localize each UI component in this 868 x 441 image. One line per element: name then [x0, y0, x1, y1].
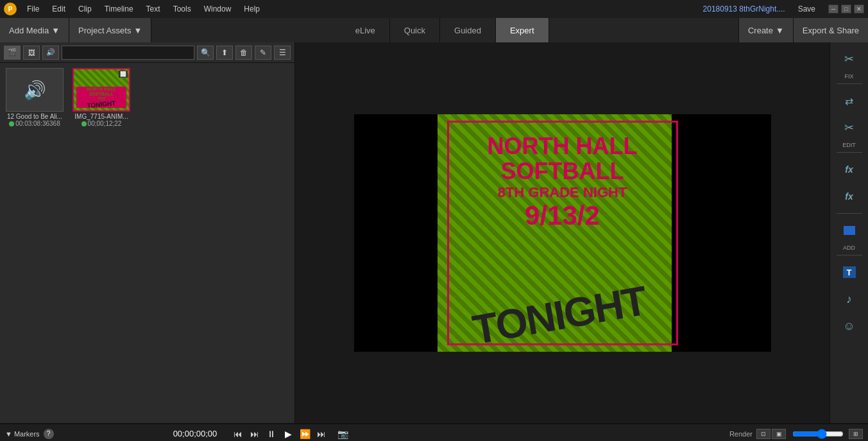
panel-divider	[837, 152, 862, 153]
zoom-slider[interactable]	[792, 430, 844, 438]
markers-label: Markers	[14, 430, 40, 438]
go-to-start-button[interactable]: ⏮	[231, 427, 245, 441]
fx2-icon: fx	[845, 191, 853, 202]
music-tool-button[interactable]: ♪	[834, 286, 865, 312]
create-button[interactable]: Create ▼	[738, 18, 793, 42]
fit-timeline-button[interactable]: ⊞	[849, 429, 863, 439]
menu-bar: P File Edit Clip Timeline Text Tools Win…	[0, 0, 868, 18]
delete-button[interactable]: 🗑	[235, 46, 252, 60]
adjust-tool-button[interactable]: ⇄	[834, 88, 865, 114]
asset-name: 12 Good to Be Ali...	[6, 113, 64, 120]
filter-audio-button[interactable]: 🔊	[42, 46, 59, 60]
restore-button[interactable]: □	[841, 4, 851, 13]
menu-edit[interactable]: Edit	[49, 3, 68, 15]
play-button[interactable]: ▶	[281, 427, 295, 441]
add-media-button[interactable]: Add Media ▼	[0, 18, 69, 42]
asset-thumbnail: ⬜ NORTH HALL SOFTBALL 9/13 TONIGHT	[72, 68, 130, 112]
project-assets-button[interactable]: Project Assets ▼	[69, 18, 151, 42]
markers-button[interactable]: ▼ Markers	[5, 430, 40, 438]
asset-panel: 🎬 🖼 🔊 🔍 ⬆ 🗑 ✎ ☰ 🔊 12 Good to Be Ali... 0…	[0, 42, 295, 423]
preview-area: NORTH HALL SOFTBALL 8TH GRADE NIGHT 9/13…	[295, 42, 830, 423]
asset-search-input[interactable]	[62, 46, 194, 60]
asset-name: IMG_7715-ANIM...	[72, 113, 130, 120]
menu-file[interactable]: File	[24, 3, 42, 15]
music-icon: ♪	[846, 293, 852, 306]
search-icon[interactable]: 🔍	[197, 46, 214, 60]
add-media-label: Add Media	[9, 26, 49, 35]
fx-icon: fx	[845, 164, 853, 175]
panel-divider	[837, 255, 862, 255]
project-assets-chevron: ▼	[133, 26, 142, 35]
menu-tools[interactable]: Tools	[171, 3, 194, 15]
add-media-chevron: ▼	[51, 26, 60, 35]
tab-elive[interactable]: eLive	[341, 18, 390, 42]
timeline-help-button[interactable]: ?	[44, 429, 54, 439]
menu-clip[interactable]: Clip	[76, 3, 94, 15]
save-button[interactable]: Save	[798, 4, 815, 13]
export-label: Export & Share	[803, 26, 859, 35]
timeline-controls: ▼ Markers ? 00;00;00;00 ⏮ ⏭ ⏸ ▶ ⏩ ⏭ 📷 Re…	[0, 424, 868, 441]
main-content: 🎬 🖼 🔊 🔍 ⬆ 🗑 ✎ ☰ 🔊 12 Good to Be Ali... 0…	[0, 42, 868, 423]
preview-canvas: NORTH HALL SOFTBALL 8TH GRADE NIGHT 9/13…	[354, 114, 771, 352]
list-item[interactable]: 🔊 12 Good to Be Ali... 00:03:08:36368	[3, 65, 67, 420]
text-tool-button[interactable]: T	[834, 259, 865, 285]
markers-chevron: ▼	[5, 430, 12, 438]
panel-divider	[837, 83, 862, 84]
window-controls: ─ □ ✕	[828, 4, 864, 13]
upload-button[interactable]: ⬆	[216, 46, 233, 60]
asset-grid: 🔊 12 Good to Be Ali... 00:03:08:36368 ⬜ …	[0, 63, 294, 423]
cut-tool-button[interactable]: ✂	[834, 115, 865, 141]
text-icon: T	[843, 266, 856, 278]
preview-title: NORTH HALL SOFTBALL 8TH GRADE NIGHT 9/13…	[454, 134, 672, 231]
menu-timeline[interactable]: Timeline	[102, 3, 136, 15]
asset-thumbnail: 🔊	[6, 68, 64, 112]
emoji-tool-button[interactable]: ☺	[834, 313, 865, 339]
current-time-display: 00;00;00;00	[173, 429, 217, 438]
render-buttons: ⊡ ▣	[756, 429, 786, 439]
step-forward-button[interactable]: ⏩	[298, 427, 312, 441]
menu-text[interactable]: Text	[144, 3, 163, 15]
edit-asset-button[interactable]: ✎	[255, 46, 271, 60]
filter-image-button[interactable]: 🖼	[23, 46, 40, 60]
render-label: Render	[729, 430, 753, 438]
adjust-icon: ⇄	[845, 95, 853, 107]
fix-label: FIX	[844, 73, 853, 80]
asset-duration: 00;00;12;22	[81, 120, 122, 127]
fix-tool-button[interactable]: ✂	[834, 46, 865, 72]
preview-black-right	[672, 114, 771, 352]
create-chevron: ▼	[776, 26, 784, 35]
overlay-tool-button[interactable]	[834, 218, 865, 243]
tab-guided[interactable]: Guided	[440, 18, 496, 42]
fx2-tool-button[interactable]: fx	[834, 184, 865, 209]
preview-black-left	[354, 114, 447, 352]
export-share-button[interactable]: Export & Share	[793, 18, 868, 42]
transport-controls: ⏮ ⏭ ⏸ ▶ ⏩ ⏭	[231, 427, 328, 441]
toolbar: Add Media ▼ Project Assets ▼ eLive Quick…	[0, 18, 868, 42]
create-label: Create	[748, 26, 773, 35]
asset-duration: 00:03:08:36368	[9, 120, 60, 127]
minimize-button[interactable]: ─	[828, 4, 838, 13]
filter-video-button[interactable]: 🎬	[4, 46, 21, 60]
add-label: ADD	[843, 245, 855, 251]
render-all-button[interactable]: ▣	[772, 429, 786, 439]
fx-tool-button[interactable]: fx	[834, 157, 865, 182]
go-to-end-button[interactable]: ⏭	[314, 427, 328, 441]
render-in-out-button[interactable]: ⊡	[756, 429, 770, 439]
edit-label: EDIT	[842, 142, 856, 148]
capture-frame-button[interactable]: 📷	[337, 429, 348, 439]
emoji-icon: ☺	[843, 320, 855, 333]
asset-toolbar: 🎬 🖼 🔊 🔍 ⬆ 🗑 ✎ ☰	[0, 42, 294, 63]
pause-button[interactable]: ⏸	[264, 427, 278, 441]
list-item[interactable]: ⬜ NORTH HALL SOFTBALL 9/13 TONIGHT IMG_7…	[69, 65, 133, 420]
menu-help[interactable]: Help	[241, 3, 262, 15]
menu-window[interactable]: Window	[201, 3, 234, 15]
tab-expert[interactable]: Expert	[496, 18, 549, 42]
overlay-icon	[844, 226, 855, 235]
list-view-button[interactable]: ☰	[274, 46, 291, 60]
timeline-area: ▼ Markers ? 00;00;00;00 ⏮ ⏭ ⏸ ▶ ⏩ ⏭ 📷 Re…	[0, 423, 868, 441]
close-button[interactable]: ✕	[854, 4, 864, 13]
step-back-button[interactable]: ⏭	[248, 427, 262, 441]
status-indicator	[9, 121, 14, 126]
tab-quick[interactable]: Quick	[390, 18, 440, 42]
nav-tabs: eLive Quick Guided Expert	[341, 18, 549, 42]
